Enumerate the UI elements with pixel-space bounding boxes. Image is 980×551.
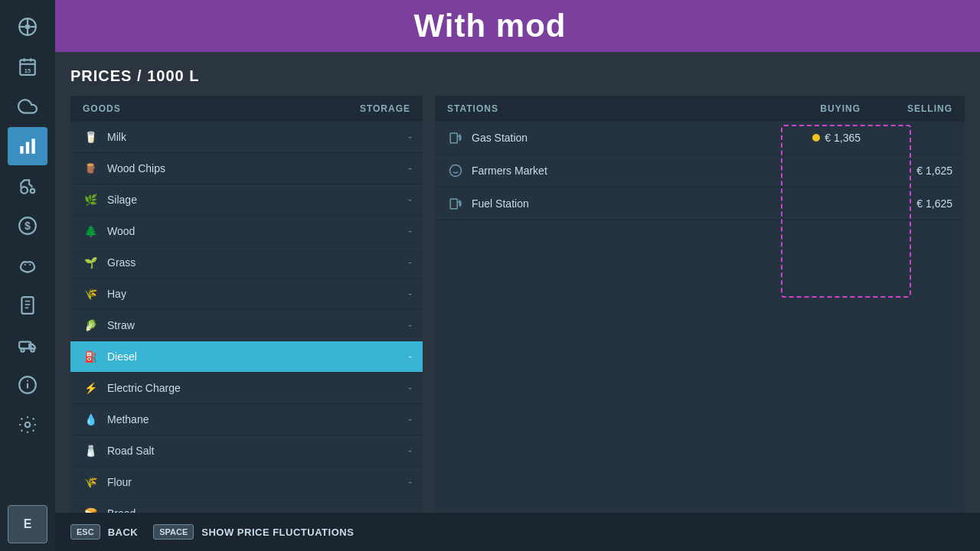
sidebar-item-stats[interactable] — [8, 127, 47, 165]
svg-point-29 — [27, 380, 28, 382]
goods-panel-header: GOODS STORAGE — [70, 96, 423, 122]
animals-icon — [18, 256, 38, 276]
sidebar-item-contracts[interactable] — [8, 286, 47, 324]
back-label: BACK — [108, 527, 139, 538]
page-title: PRICES / 1000 L — [70, 67, 965, 85]
goods-item-storage: - — [408, 413, 412, 425]
list-item[interactable]: 🌱 Grass - — [70, 247, 423, 279]
list-item[interactable]: 🌿 Silage - — [70, 184, 423, 216]
goods-item-name: Straw — [107, 319, 408, 331]
sidebar-item-dashboard[interactable] — [8, 8, 47, 46]
dollar-icon: $ — [18, 216, 38, 236]
sidebar-item-tractor[interactable] — [8, 167, 47, 205]
wheel-icon — [18, 17, 38, 37]
goods-item-name: Milk — [107, 131, 408, 143]
svg-point-15 — [31, 189, 34, 193]
svg-rect-11 — [20, 146, 23, 154]
goods-item-name: Diesel — [107, 350, 408, 363]
station-selling-price: € 1,625 — [861, 197, 952, 210]
main-content: PRICES / 1000 L GOODS STORAGE 🥛 Milk - 🪵… — [55, 52, 980, 551]
fuel-station-icon — [447, 195, 464, 212]
goods-item-storage: - — [408, 382, 412, 394]
svg-text:$: $ — [24, 220, 31, 232]
stations-panel-header: STATIONS BUYING SELLING — [435, 96, 965, 122]
svg-point-1 — [25, 24, 31, 30]
diesel-icon: ⛽ — [81, 347, 100, 366]
list-item[interactable]: 🌾 Flour - — [70, 467, 423, 498]
stations-panel: STATIONS BUYING SELLING Gas Station € 1,… — [435, 96, 965, 536]
sidebar: 15 $ E — [0, 0, 55, 551]
station-item-farmers[interactable]: Farmers Market € 1,625 — [435, 155, 965, 187]
list-item[interactable]: 🥛 Milk - — [70, 122, 423, 153]
sidebar-item-weather[interactable] — [8, 87, 47, 126]
goods-panel: GOODS STORAGE 🥛 Milk - 🪵 Wood Chips - 🌿 … — [70, 96, 423, 536]
fluctuations-label: SHOW PRICE FLUCTUATIONS — [201, 527, 354, 538]
buying-dot — [812, 134, 820, 142]
svg-rect-12 — [26, 142, 29, 154]
farmers-market-icon — [447, 162, 464, 179]
list-item[interactable]: 🥬 Straw - — [70, 310, 423, 341]
stations-list: Gas Station € 1,365 Farmers Market € 1,6… — [435, 122, 965, 536]
svg-rect-31 — [450, 133, 457, 143]
goods-item-storage: - — [408, 225, 412, 237]
station-name: Farmers Market — [472, 165, 769, 177]
station-selling-price: € 1,625 — [861, 165, 952, 177]
goods-item-name: Hay — [107, 288, 408, 300]
chart-icon — [18, 136, 38, 156]
goods-item-name: Electric Charge — [107, 382, 408, 394]
grass-icon: 🌱 — [81, 253, 100, 272]
list-item[interactable]: ⚡ Electric Charge - — [70, 373, 423, 404]
list-item[interactable]: 🧂 Road Salt - — [70, 435, 423, 467]
station-item-gas[interactable]: Gas Station € 1,365 — [435, 122, 965, 155]
svg-point-30 — [25, 422, 31, 428]
methane-icon: 💧 — [81, 410, 100, 429]
wood-icon: 🌲 — [81, 222, 100, 240]
goods-item-name: Silage — [107, 194, 408, 206]
sidebar-item-e[interactable]: E — [8, 505, 47, 543]
back-action[interactable]: ESC BACK — [70, 524, 138, 540]
sidebar-item-money[interactable]: $ — [8, 207, 47, 245]
goods-item-name: Wood — [107, 225, 408, 237]
goods-item-storage: - — [408, 131, 412, 143]
sidebar-item-animals[interactable] — [8, 246, 47, 285]
space-key: SPACE — [153, 524, 194, 540]
sidebar-item-vehicles[interactable] — [8, 326, 47, 364]
bottom-bar: ESC BACK SPACE SHOW PRICE FLUCTUATIONS — [55, 513, 980, 551]
silage-icon: 🌿 — [81, 191, 100, 209]
sidebar-item-settings[interactable] — [8, 406, 47, 444]
sidebar-item-calendar[interactable]: 15 — [8, 47, 47, 86]
station-item-fuel[interactable]: Fuel Station € 1,625 — [435, 187, 965, 220]
svg-point-32 — [450, 165, 462, 177]
header-title: With mod — [414, 8, 567, 44]
goods-item-storage: - — [408, 162, 412, 174]
list-item[interactable]: 🪵 Wood Chips - — [70, 153, 423, 184]
list-item[interactable]: 💧 Methane - — [70, 404, 423, 435]
selling-col-header: SELLING — [861, 103, 952, 114]
list-item[interactable]: 🌾 Hay - — [70, 279, 423, 310]
list-item[interactable]: 🌲 Wood - — [70, 216, 423, 247]
station-name: Fuel Station — [472, 197, 769, 210]
goods-item-name: Methane — [107, 413, 408, 425]
svg-point-19 — [29, 264, 31, 266]
gear-icon — [18, 415, 38, 435]
buying-price-value: € 1,365 — [825, 132, 861, 144]
sidebar-item-info[interactable] — [8, 366, 47, 404]
calendar-icon: 15 — [18, 57, 38, 77]
header-bar: With mod — [0, 0, 980, 52]
roadsalt-icon: 🧂 — [81, 442, 100, 460]
hay-icon: 🌾 — [81, 285, 100, 303]
svg-rect-13 — [31, 139, 34, 154]
esc-key: ESC — [70, 524, 100, 540]
goods-item-name: Wood Chips — [107, 162, 408, 174]
fluctuations-action[interactable]: SPACE SHOW PRICE FLUCTUATIONS — [153, 524, 354, 540]
svg-point-18 — [24, 264, 26, 266]
svg-rect-20 — [21, 297, 33, 314]
list-item-diesel[interactable]: ⛽ Diesel - — [70, 341, 423, 373]
svg-text:15: 15 — [24, 67, 31, 74]
vehicles-icon — [18, 335, 38, 355]
e-label: E — [24, 517, 32, 531]
info-icon — [18, 375, 38, 395]
goods-item-storage: - — [408, 319, 412, 331]
woodchips-icon: 🪵 — [81, 159, 100, 178]
milk-icon: 🥛 — [81, 128, 100, 146]
